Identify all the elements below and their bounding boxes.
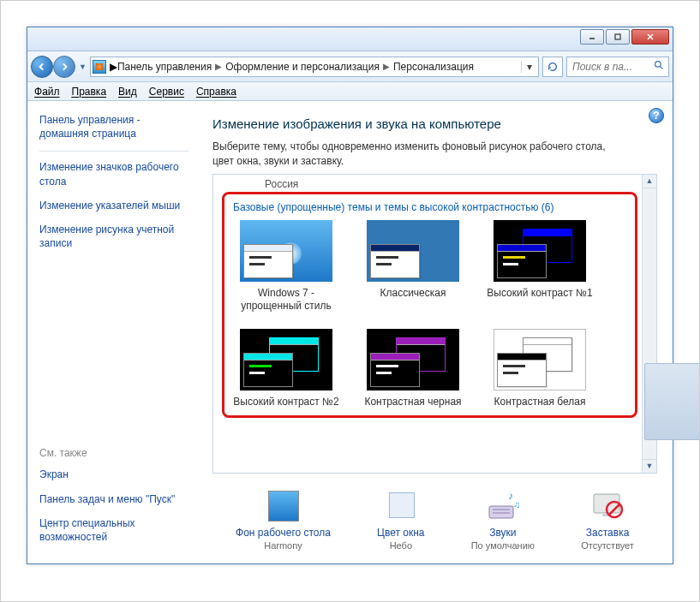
setting-value: Небо bbox=[377, 540, 424, 551]
menu-help[interactable]: Справка bbox=[196, 86, 236, 98]
bottom-settings-row: Фон рабочего стола Harmony Цвет окна Неб… bbox=[212, 482, 657, 556]
scroll-up-icon[interactable]: ▲ bbox=[643, 175, 656, 188]
menubar: Файл Правка Вид Сервис Справка bbox=[27, 82, 673, 101]
menu-file[interactable]: Файл bbox=[34, 86, 60, 98]
chevron-right-icon: ▶ bbox=[110, 61, 117, 73]
refresh-button[interactable] bbox=[542, 57, 563, 77]
setting-label: Заставка bbox=[581, 527, 634, 539]
sidebar-link-mouse-pointers[interactable]: Изменение указателей мыши bbox=[39, 199, 188, 212]
setting-value: Отсутствует bbox=[581, 540, 634, 551]
highlighted-section: Базовые (упрощенные) темы и темы с высок… bbox=[222, 192, 637, 419]
setting-screensaver[interactable]: Заставка Отсутствует bbox=[581, 489, 634, 551]
page-title: Изменение изображения и звука на компьют… bbox=[212, 116, 657, 131]
minimize-button[interactable] bbox=[580, 29, 604, 45]
scroll-down-icon[interactable]: ▼ bbox=[643, 459, 656, 473]
svg-point-4 bbox=[655, 61, 661, 67]
theme-label: Windows 7 - упрощенный стиль bbox=[231, 287, 341, 313]
menu-edit[interactable]: Правка bbox=[72, 86, 107, 98]
breadcrumb-dropdown-icon[interactable]: ▾ bbox=[521, 61, 536, 73]
forward-button[interactable] bbox=[53, 56, 75, 78]
sidebar: Панель управления - домашняя страница Из… bbox=[27, 101, 197, 563]
theme-item-hcblack[interactable]: Контрастная черная bbox=[358, 329, 468, 409]
seealso-link-screen[interactable]: Экран bbox=[39, 468, 188, 481]
setting-sounds[interactable]: ♪ ♫ Звуки По умолчанию bbox=[471, 489, 535, 551]
seealso-link-accessibility[interactable]: Центр специальных возможностей bbox=[39, 516, 188, 544]
explorer-window: ▼ ▶ Панель управления ▶ Оформление и пер… bbox=[27, 27, 673, 564]
content-area: ? Изменение изображения и звука на компь… bbox=[197, 101, 673, 563]
close-button[interactable] bbox=[631, 29, 669, 45]
sidebar-link-account-picture[interactable]: Изменение рисунка учетной записи bbox=[39, 223, 188, 250]
setting-value: По умолчанию bbox=[471, 540, 535, 551]
sounds-icon: ♪ ♫ bbox=[482, 489, 524, 523]
sidebar-link-desktop-icons[interactable]: Изменение значков рабочего стола bbox=[39, 160, 188, 188]
page-description: Выберите тему, чтобы одновременно измени… bbox=[212, 140, 624, 169]
theme-label: Контрастная белая bbox=[485, 396, 595, 409]
sidebar-home-link[interactable]: Панель управления - домашняя страница bbox=[39, 113, 188, 140]
chevron-right-icon: ▶ bbox=[212, 62, 225, 71]
control-panel-icon bbox=[93, 60, 106, 74]
theme-item-win7basic[interactable]: Windows 7 - упрощенный стиль bbox=[231, 220, 341, 313]
chevron-right-icon: ▶ bbox=[380, 62, 393, 71]
themes-panel: Россия Базовые (упрощенные) темы и темы … bbox=[212, 174, 657, 474]
theme-item-hc2[interactable]: Высокий контраст №2 bbox=[231, 329, 341, 409]
theme-label: Высокий контраст №1 bbox=[485, 287, 595, 301]
back-button[interactable] bbox=[31, 56, 53, 78]
screensaver-icon bbox=[587, 489, 628, 523]
search-box[interactable] bbox=[566, 57, 669, 77]
menu-view[interactable]: Вид bbox=[118, 86, 137, 98]
breadcrumb-item[interactable]: Панель управления bbox=[117, 61, 212, 73]
setting-desktop-background[interactable]: Фон рабочего стола Harmony bbox=[236, 489, 331, 551]
setting-label: Фон рабочего стола bbox=[236, 527, 331, 539]
theme-scrollbar[interactable]: ▲ ▼ bbox=[642, 175, 656, 473]
see-also-heading: См. также bbox=[39, 447, 188, 459]
breadcrumb-bar[interactable]: ▶ Панель управления ▶ Оформление и персо… bbox=[90, 57, 539, 77]
help-icon[interactable]: ? bbox=[649, 108, 664, 123]
svg-line-5 bbox=[660, 66, 662, 69]
theme-item-classic[interactable]: Классическая bbox=[358, 220, 468, 313]
setting-label: Звуки bbox=[471, 527, 535, 539]
scroll-thumb[interactable] bbox=[644, 363, 700, 440]
breadcrumb-item[interactable]: Персонализация bbox=[393, 61, 474, 73]
theme-label: Классическая bbox=[358, 287, 468, 301]
svg-rect-1 bbox=[615, 34, 620, 39]
navbar: ▼ ▶ Панель управления ▶ Оформление и пер… bbox=[27, 51, 673, 82]
setting-label: Цвет окна bbox=[377, 527, 424, 539]
theme-item-hcwhite[interactable]: Контрастная белая bbox=[485, 329, 595, 409]
theme-label: Высокий контраст №2 bbox=[231, 396, 341, 409]
theme-item-hc1[interactable]: Высокий контраст №1 bbox=[485, 220, 595, 313]
theme-label-russia: Россия bbox=[265, 178, 637, 190]
maximize-button[interactable] bbox=[606, 29, 630, 45]
basic-themes-heading: Базовые (упрощенные) темы и темы с высок… bbox=[233, 201, 628, 213]
seealso-link-taskbar[interactable]: Панель задач и меню "Пуск" bbox=[39, 492, 188, 506]
svg-rect-8 bbox=[489, 506, 513, 518]
search-icon[interactable] bbox=[654, 60, 665, 74]
nav-history-dropdown-icon[interactable]: ▼ bbox=[79, 63, 87, 71]
setting-window-color[interactable]: Цвет окна Небо bbox=[377, 489, 424, 551]
menu-tools[interactable]: Сервис bbox=[149, 86, 184, 98]
titlebar[interactable] bbox=[27, 27, 673, 51]
search-input[interactable] bbox=[571, 60, 648, 74]
theme-label: Контрастная черная bbox=[358, 396, 468, 409]
setting-value: Harmony bbox=[236, 540, 331, 551]
breadcrumb-item[interactable]: Оформление и персонализация bbox=[225, 61, 380, 73]
svg-text:♫: ♫ bbox=[513, 499, 520, 510]
